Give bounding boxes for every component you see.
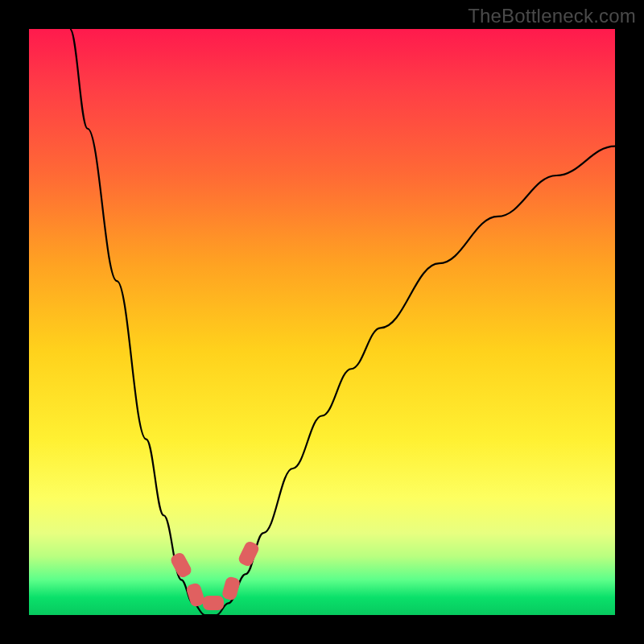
plot-area [29,29,615,615]
curve-marker [203,596,224,610]
chart-frame [0,0,644,644]
watermark-text: TheBottleneck.com [468,5,636,27]
bottleneck-curve [29,29,615,615]
